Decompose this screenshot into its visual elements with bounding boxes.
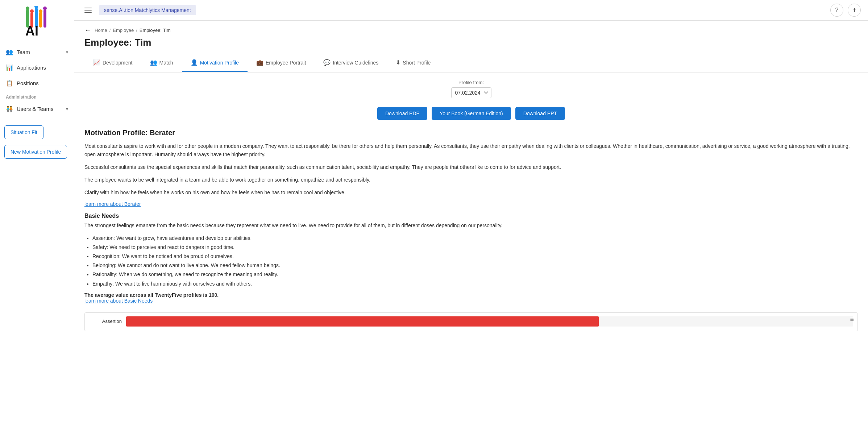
download-ppt-button[interactable]: Download PPT xyxy=(515,107,565,120)
your-book-button[interactable]: Your Book (German Edition) xyxy=(432,107,511,120)
chevron-down-icon: ▾ xyxy=(66,50,68,55)
svg-text:AI: AI xyxy=(25,24,38,38)
profile-para-3: Clarify with him how he feels when he wo… xyxy=(84,188,858,197)
profile-para-0: Most consultants aspire to work with and… xyxy=(84,142,858,159)
team-icon: 👥 xyxy=(6,49,13,55)
sidebar-item-label: Team xyxy=(17,49,62,55)
tabs-bar: 📈 Development 👥 Match 👤 Motivation Profi… xyxy=(74,54,868,72)
app-name: sense.AI.tion Matchlytics Management xyxy=(99,5,196,15)
chart-bar-container xyxy=(126,316,853,327)
list-item: Rationality: When we do something, we ne… xyxy=(92,270,858,279)
avg-text: The average value across all TwentyFive … xyxy=(84,292,858,298)
svg-point-7 xyxy=(30,9,34,13)
svg-point-8 xyxy=(34,6,38,8)
match-icon: 👥 xyxy=(150,59,157,66)
sidebar-item-label: Positions xyxy=(17,80,68,86)
short-profile-icon: ⬇ xyxy=(396,59,400,66)
sidebar-item-users-teams[interactable]: 🧑‍🤝‍🧑 Users & Teams ▾ xyxy=(0,101,74,117)
page-title: Employee: Tim xyxy=(84,37,858,48)
tab-development[interactable]: 📈 Development xyxy=(84,54,141,72)
back-button[interactable]: ← xyxy=(84,26,91,34)
sidebar-item-positions[interactable]: 📋 Positions xyxy=(0,75,74,91)
list-item: Empathy: We want to live harmoniously wi… xyxy=(92,279,858,288)
tab-motivation-profile[interactable]: 👤 Motivation Profile xyxy=(182,54,248,72)
basic-needs-intro: The strongest feelings emanate from the … xyxy=(84,221,858,230)
content-area: ← Home / Employee / Employee: Tim Employ… xyxy=(74,21,868,428)
svg-point-6 xyxy=(26,7,29,10)
positions-icon: 📋 xyxy=(6,80,13,87)
list-item: Belonging: We cannot and do not want to … xyxy=(92,261,858,270)
new-motivation-profile-button[interactable]: New Motivation Profile xyxy=(4,145,67,159)
export-button[interactable]: ⬆ xyxy=(848,4,861,17)
chart-area: ≡ Assertion xyxy=(84,312,858,331)
profile-heading: Motivation Profile: Berater xyxy=(84,129,858,137)
action-buttons: Download PDF Your Book (German Edition) … xyxy=(74,102,868,125)
sidebar-item-label: Applications xyxy=(17,65,68,71)
sidebar-item-applications[interactable]: 📊 Applications xyxy=(0,60,74,75)
applications-icon: 📊 xyxy=(6,64,13,71)
learn-more-basic-needs-link[interactable]: learn more about Basic Needs xyxy=(84,298,153,304)
profile-para-1: Successful consultants use the special e… xyxy=(84,163,858,171)
breadcrumb-current: Employee: Tim xyxy=(140,28,171,33)
profile-from-label: Profile from: xyxy=(458,80,484,85)
help-icon: ? xyxy=(835,7,839,13)
admin-section-label: Administration xyxy=(0,91,74,101)
basic-needs-heading: Basic Needs xyxy=(84,213,858,219)
sidebar-item-team[interactable]: 👥 Team ▾ xyxy=(0,44,74,60)
breadcrumb-employee[interactable]: Employee xyxy=(113,28,134,33)
breadcrumb-home[interactable]: Home xyxy=(95,28,107,33)
learn-more-berater-link[interactable]: learn more about Berater xyxy=(84,201,141,207)
profile-from-area: Profile from: 07.02.2024 xyxy=(74,72,868,102)
content-body: Motivation Profile: Berater Most consult… xyxy=(74,125,868,346)
download-pdf-button[interactable]: Download PDF xyxy=(377,107,427,120)
menu-icon[interactable] xyxy=(82,5,95,16)
chart-row: Assertion xyxy=(89,316,853,327)
profile-para-2: The employee wants to be well integrated… xyxy=(84,176,858,184)
motivation-profile-icon: 👤 xyxy=(191,59,198,66)
chart-bar xyxy=(126,316,599,327)
situation-fit-button[interactable]: Situation Fit xyxy=(4,125,43,139)
interview-guidelines-icon: 💬 xyxy=(323,59,331,66)
list-item: Recognition: We want to be noticed and b… xyxy=(92,252,858,261)
help-button[interactable]: ? xyxy=(830,4,843,17)
list-item: Safety: We need to perceive and react to… xyxy=(92,243,858,252)
tab-employee-portrait[interactable]: 💼 Employee Portrait xyxy=(248,54,315,72)
export-icon: ⬆ xyxy=(852,7,857,14)
chevron-down-icon: ▾ xyxy=(66,107,68,112)
tab-interview-guidelines[interactable]: 💬 Interview Guidelines xyxy=(315,54,387,72)
svg-point-10 xyxy=(43,7,47,10)
profile-from-select[interactable]: 07.02.2024 xyxy=(451,87,491,98)
breadcrumb-area: ← Home / Employee / Employee: Tim Employ… xyxy=(74,21,868,48)
chart-menu-icon[interactable]: ≡ xyxy=(850,316,854,323)
logo-area: AI xyxy=(0,0,74,44)
chart-label: Assertion xyxy=(89,319,122,324)
tab-short-profile[interactable]: ⬇ Short Profile xyxy=(387,54,439,72)
basic-needs-list: Assertion: We want to grow, have adventu… xyxy=(92,234,858,288)
svg-point-9 xyxy=(39,9,42,13)
development-icon: 📈 xyxy=(93,59,100,66)
employee-portrait-icon: 💼 xyxy=(256,59,263,66)
tab-match[interactable]: 👥 Match xyxy=(141,54,182,72)
users-teams-icon: 🧑‍🤝‍🧑 xyxy=(6,105,13,112)
topbar: sense.AI.tion Matchlytics Management ? ⬆ xyxy=(74,0,868,21)
sidebar: AI 👥 Team ▾ 📊 Applications 📋 Positions A… xyxy=(0,0,74,428)
list-item: Assertion: We want to grow, have adventu… xyxy=(92,234,858,243)
main-area: sense.AI.tion Matchlytics Management ? ⬆… xyxy=(74,0,868,428)
breadcrumb: ← Home / Employee / Employee: Tim xyxy=(84,26,858,34)
svg-rect-3 xyxy=(39,12,42,28)
sidebar-item-label: Users & Teams xyxy=(17,106,62,112)
svg-rect-4 xyxy=(43,9,46,28)
